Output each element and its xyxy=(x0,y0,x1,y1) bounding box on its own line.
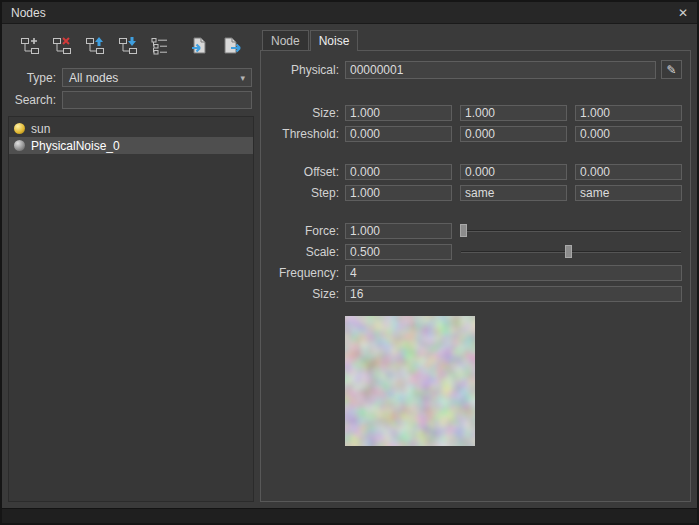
type-dropdown[interactable]: All nodes ▾ xyxy=(62,68,252,87)
threshold-label: Threshold: xyxy=(269,127,339,141)
move-down-icon xyxy=(118,36,138,56)
chevron-down-icon: ▾ xyxy=(240,73,245,83)
step-label: Step: xyxy=(269,186,339,200)
threshold-x-input[interactable] xyxy=(345,126,452,142)
physical-input[interactable] xyxy=(345,61,656,79)
search-label: Search: xyxy=(10,93,56,107)
scale-slider[interactable] xyxy=(460,244,682,260)
force-row: Force: xyxy=(269,223,682,239)
node-properties-panel: Node Noise Physical: ✎ Size: xyxy=(260,30,691,502)
scale-input[interactable] xyxy=(345,244,452,260)
force-label: Force: xyxy=(269,224,339,238)
status-strip xyxy=(2,508,697,523)
slider-handle[interactable] xyxy=(565,245,572,258)
node-list-button[interactable] xyxy=(148,33,172,59)
export-nodes-button[interactable] xyxy=(220,33,244,59)
slider-groove xyxy=(461,230,681,232)
frequency-row: Frequency: xyxy=(269,265,682,281)
move-node-down-button[interactable] xyxy=(116,33,140,59)
delete-node-icon xyxy=(52,36,72,56)
force-input[interactable] xyxy=(345,223,452,239)
noise-size-row: Size: xyxy=(269,286,682,302)
threshold-row: Threshold: xyxy=(269,126,682,142)
window-title: Nodes xyxy=(11,6,46,20)
noise-size-input[interactable] xyxy=(345,286,682,302)
move-node-up-button[interactable] xyxy=(83,33,107,59)
frequency-label: Frequency: xyxy=(269,266,339,280)
property-tabs: Node Noise xyxy=(260,30,691,50)
tree-item-physicalnoise[interactable]: PhysicalNoise_0 xyxy=(9,137,253,154)
tab-noise[interactable]: Noise xyxy=(310,30,359,51)
close-icon[interactable]: ✕ xyxy=(678,7,688,19)
move-up-icon xyxy=(85,36,105,56)
type-dropdown-value: All nodes xyxy=(69,71,118,85)
threshold-y-input[interactable] xyxy=(460,126,567,142)
add-node-icon xyxy=(20,36,40,56)
tree-item-label: sun xyxy=(31,122,50,136)
scale-row: Scale: xyxy=(269,244,682,260)
node-browser-panel: Type: All nodes ▾ Search: sun PhysicalNo… xyxy=(8,30,254,502)
nodes-window: Nodes ✕ xyxy=(0,0,699,525)
title-bar: Nodes ✕ xyxy=(2,2,697,24)
type-label: Type: xyxy=(10,71,56,85)
frequency-input[interactable] xyxy=(345,265,682,281)
noise-size-label: Size: xyxy=(269,287,339,301)
offset-label: Offset: xyxy=(269,165,339,179)
search-row: Search: xyxy=(8,89,254,111)
tree-item-label: PhysicalNoise_0 xyxy=(31,139,120,153)
import-nodes-icon xyxy=(190,36,210,56)
physical-label: Physical: xyxy=(269,63,339,77)
delete-node-button[interactable] xyxy=(51,33,75,59)
scale-label: Scale: xyxy=(269,245,339,259)
add-node-button[interactable] xyxy=(18,33,42,59)
step-row: Step: xyxy=(269,185,682,201)
force-slider[interactable] xyxy=(460,223,682,239)
noise-preview xyxy=(345,316,475,446)
threshold-z-input[interactable] xyxy=(575,126,682,142)
type-row: Type: All nodes ▾ xyxy=(8,66,254,89)
import-nodes-button[interactable] xyxy=(188,33,212,59)
noise-settings: Physical: ✎ Size: Threshold: xyxy=(260,50,691,502)
step-x-input[interactable] xyxy=(345,185,452,201)
node-toolbar xyxy=(8,30,254,66)
size-z-input[interactable] xyxy=(575,105,682,121)
offset-row: Offset: xyxy=(269,164,682,180)
step-y-input[interactable] xyxy=(460,185,567,201)
node-list-icon xyxy=(150,36,170,56)
size-row: Size: xyxy=(269,105,682,121)
sun-icon xyxy=(14,123,25,134)
offset-x-input[interactable] xyxy=(345,164,452,180)
physical-row: Physical: ✎ xyxy=(269,60,682,79)
offset-z-input[interactable] xyxy=(575,164,682,180)
node-tree: sun PhysicalNoise_0 xyxy=(8,116,254,502)
step-z-input[interactable] xyxy=(575,185,682,201)
main-content: Type: All nodes ▾ Search: sun PhysicalNo… xyxy=(2,24,697,508)
export-nodes-icon xyxy=(222,36,242,56)
edit-icon[interactable]: ✎ xyxy=(661,60,682,79)
noise-node-icon xyxy=(14,140,25,151)
size-y-input[interactable] xyxy=(460,105,567,121)
tree-item-sun[interactable]: sun xyxy=(9,120,253,137)
search-input[interactable] xyxy=(62,91,252,109)
slider-handle[interactable] xyxy=(460,224,467,237)
tab-node[interactable]: Node xyxy=(262,30,309,50)
offset-y-input[interactable] xyxy=(460,164,567,180)
size-x-input[interactable] xyxy=(345,105,452,121)
size-label: Size: xyxy=(269,106,339,120)
